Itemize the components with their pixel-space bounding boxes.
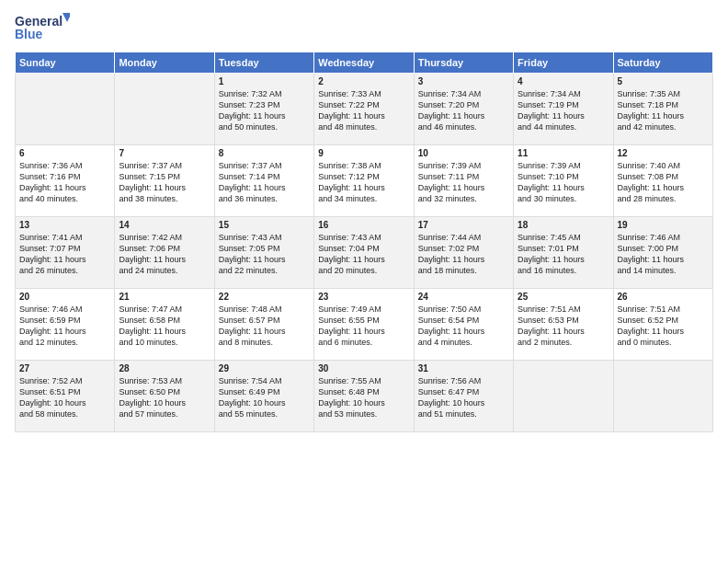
day-number: 13 (19, 220, 110, 230)
calendar-cell: 8Sunrise: 7:37 AMSunset: 7:14 PMDaylight… (214, 145, 313, 217)
page: GeneralBlue SundayMondayTuesdayWednesday… (0, 0, 728, 563)
cell-content: Sunrise: 7:34 AMSunset: 7:19 PMDaylight:… (518, 88, 609, 133)
cell-content: Sunrise: 7:39 AMSunset: 7:11 PMDaylight:… (418, 160, 509, 205)
calendar-cell (115, 74, 214, 145)
day-number: 12 (618, 148, 709, 158)
day-number: 28 (119, 363, 210, 373)
day-number: 26 (618, 292, 709, 302)
cell-content: Sunrise: 7:35 AMSunset: 7:18 PMDaylight:… (618, 88, 709, 133)
calendar-cell: 13Sunrise: 7:41 AMSunset: 7:07 PMDayligh… (16, 217, 115, 289)
header-row: SundayMondayTuesdayWednesdayThursdayFrid… (16, 52, 713, 74)
day-number: 30 (318, 363, 409, 373)
day-number: 11 (518, 148, 609, 158)
day-number: 3 (418, 76, 509, 86)
cell-content: Sunrise: 7:36 AMSunset: 7:16 PMDaylight:… (19, 160, 110, 205)
calendar-cell: 1Sunrise: 7:32 AMSunset: 7:23 PMDaylight… (214, 74, 313, 145)
col-header-sunday: Sunday (16, 52, 115, 74)
calendar-cell: 28Sunrise: 7:53 AMSunset: 6:50 PMDayligh… (115, 361, 214, 432)
col-header-wednesday: Wednesday (314, 52, 414, 74)
cell-content: Sunrise: 7:43 AMSunset: 7:04 PMDaylight:… (318, 232, 409, 277)
week-row-5: 27Sunrise: 7:52 AMSunset: 6:51 PMDayligh… (16, 361, 713, 432)
day-number: 31 (418, 363, 509, 373)
day-number: 8 (219, 148, 310, 158)
cell-content: Sunrise: 7:37 AMSunset: 7:14 PMDaylight:… (219, 160, 310, 205)
cell-content: Sunrise: 7:45 AMSunset: 7:01 PMDaylight:… (518, 232, 609, 277)
calendar-cell: 18Sunrise: 7:45 AMSunset: 7:01 PMDayligh… (514, 217, 613, 289)
calendar-cell: 21Sunrise: 7:47 AMSunset: 6:58 PMDayligh… (115, 289, 214, 361)
day-number: 1 (219, 76, 310, 86)
calendar-cell (16, 74, 115, 145)
cell-content: Sunrise: 7:47 AMSunset: 6:58 PMDaylight:… (119, 304, 210, 349)
day-number: 16 (318, 220, 409, 230)
cell-content: Sunrise: 7:33 AMSunset: 7:22 PMDaylight:… (318, 88, 409, 133)
calendar-cell: 9Sunrise: 7:38 AMSunset: 7:12 PMDaylight… (314, 145, 414, 217)
day-number: 4 (518, 76, 609, 86)
calendar-cell: 11Sunrise: 7:39 AMSunset: 7:10 PMDayligh… (514, 145, 613, 217)
col-header-saturday: Saturday (613, 52, 712, 74)
header: GeneralBlue (15, 11, 713, 44)
calendar-cell: 4Sunrise: 7:34 AMSunset: 7:19 PMDaylight… (514, 74, 613, 145)
col-header-monday: Monday (115, 52, 214, 74)
day-number: 27 (19, 363, 110, 373)
calendar-cell: 15Sunrise: 7:43 AMSunset: 7:05 PMDayligh… (214, 217, 313, 289)
logo: GeneralBlue (15, 11, 70, 44)
cell-content: Sunrise: 7:40 AMSunset: 7:08 PMDaylight:… (618, 160, 709, 205)
calendar-cell: 22Sunrise: 7:48 AMSunset: 6:57 PMDayligh… (214, 289, 313, 361)
col-header-friday: Friday (514, 52, 613, 74)
cell-content: Sunrise: 7:50 AMSunset: 6:54 PMDaylight:… (418, 304, 509, 349)
calendar-cell: 3Sunrise: 7:34 AMSunset: 7:20 PMDaylight… (414, 74, 513, 145)
cell-content: Sunrise: 7:46 AMSunset: 7:00 PMDaylight:… (618, 232, 709, 277)
day-number: 17 (418, 220, 509, 230)
col-header-tuesday: Tuesday (214, 52, 313, 74)
calendar-cell (613, 361, 712, 432)
calendar-cell: 17Sunrise: 7:44 AMSunset: 7:02 PMDayligh… (414, 217, 513, 289)
week-row-4: 20Sunrise: 7:46 AMSunset: 6:59 PMDayligh… (16, 289, 713, 361)
cell-content: Sunrise: 7:48 AMSunset: 6:57 PMDaylight:… (219, 304, 310, 349)
cell-content: Sunrise: 7:49 AMSunset: 6:55 PMDaylight:… (318, 304, 409, 349)
svg-marker-2 (63, 13, 70, 22)
calendar-cell: 24Sunrise: 7:50 AMSunset: 6:54 PMDayligh… (414, 289, 513, 361)
week-row-3: 13Sunrise: 7:41 AMSunset: 7:07 PMDayligh… (16, 217, 713, 289)
calendar-cell: 31Sunrise: 7:56 AMSunset: 6:47 PMDayligh… (414, 361, 513, 432)
day-number: 19 (618, 220, 709, 230)
calendar-cell: 7Sunrise: 7:37 AMSunset: 7:15 PMDaylight… (115, 145, 214, 217)
cell-content: Sunrise: 7:32 AMSunset: 7:23 PMDaylight:… (219, 88, 310, 133)
calendar-cell (514, 361, 613, 432)
calendar-cell: 26Sunrise: 7:51 AMSunset: 6:52 PMDayligh… (613, 289, 712, 361)
cell-content: Sunrise: 7:37 AMSunset: 7:15 PMDaylight:… (119, 160, 210, 205)
calendar-cell: 20Sunrise: 7:46 AMSunset: 6:59 PMDayligh… (16, 289, 115, 361)
cell-content: Sunrise: 7:41 AMSunset: 7:07 PMDaylight:… (19, 232, 110, 277)
calendar-cell: 2Sunrise: 7:33 AMSunset: 7:22 PMDaylight… (314, 74, 414, 145)
day-number: 5 (618, 76, 709, 86)
cell-content: Sunrise: 7:38 AMSunset: 7:12 PMDaylight:… (318, 160, 409, 205)
calendar-cell: 12Sunrise: 7:40 AMSunset: 7:08 PMDayligh… (613, 145, 712, 217)
cell-content: Sunrise: 7:42 AMSunset: 7:06 PMDaylight:… (119, 232, 210, 277)
col-header-thursday: Thursday (414, 52, 513, 74)
calendar-cell: 25Sunrise: 7:51 AMSunset: 6:53 PMDayligh… (514, 289, 613, 361)
day-number: 2 (318, 76, 409, 86)
day-number: 22 (219, 292, 310, 302)
calendar-cell: 30Sunrise: 7:55 AMSunset: 6:48 PMDayligh… (314, 361, 414, 432)
day-number: 20 (19, 292, 110, 302)
cell-content: Sunrise: 7:51 AMSunset: 6:53 PMDaylight:… (518, 304, 609, 349)
day-number: 18 (518, 220, 609, 230)
week-row-1: 1Sunrise: 7:32 AMSunset: 7:23 PMDaylight… (16, 74, 713, 145)
cell-content: Sunrise: 7:46 AMSunset: 6:59 PMDaylight:… (19, 304, 110, 349)
cell-content: Sunrise: 7:43 AMSunset: 7:05 PMDaylight:… (219, 232, 310, 277)
logo-svg: GeneralBlue (15, 11, 70, 44)
day-number: 21 (119, 292, 210, 302)
cell-content: Sunrise: 7:34 AMSunset: 7:20 PMDaylight:… (418, 88, 509, 133)
calendar-table: SundayMondayTuesdayWednesdayThursdayFrid… (15, 52, 713, 432)
cell-content: Sunrise: 7:53 AMSunset: 6:50 PMDaylight:… (119, 375, 210, 420)
calendar-cell: 29Sunrise: 7:54 AMSunset: 6:49 PMDayligh… (214, 361, 313, 432)
cell-content: Sunrise: 7:56 AMSunset: 6:47 PMDaylight:… (418, 375, 509, 420)
day-number: 25 (518, 292, 609, 302)
cell-content: Sunrise: 7:51 AMSunset: 6:52 PMDaylight:… (618, 304, 709, 349)
day-number: 6 (19, 148, 110, 158)
calendar-cell: 19Sunrise: 7:46 AMSunset: 7:00 PMDayligh… (613, 217, 712, 289)
calendar-cell: 6Sunrise: 7:36 AMSunset: 7:16 PMDaylight… (16, 145, 115, 217)
day-number: 10 (418, 148, 509, 158)
cell-content: Sunrise: 7:55 AMSunset: 6:48 PMDaylight:… (318, 375, 409, 420)
calendar-cell: 10Sunrise: 7:39 AMSunset: 7:11 PMDayligh… (414, 145, 513, 217)
calendar-cell: 5Sunrise: 7:35 AMSunset: 7:18 PMDaylight… (613, 74, 712, 145)
